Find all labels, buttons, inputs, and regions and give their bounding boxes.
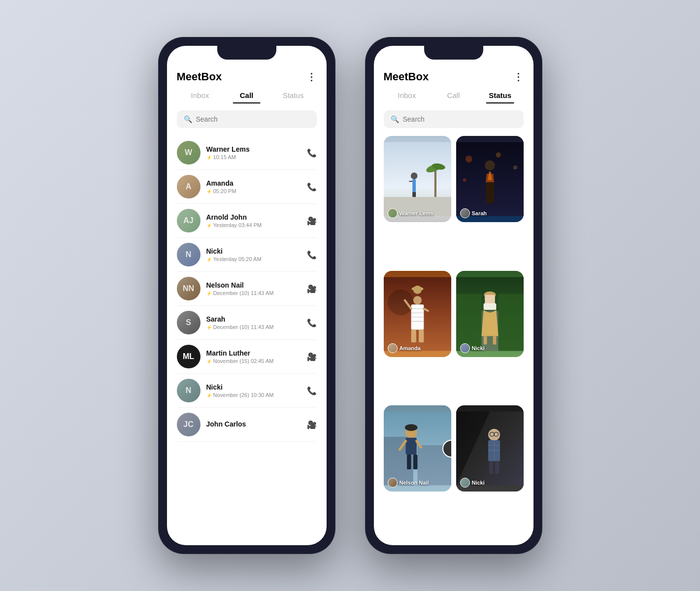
svg-point-15 bbox=[485, 160, 495, 170]
bolt-icon-s bbox=[206, 324, 212, 330]
status-card-warner[interactable]: Warner Lems bbox=[384, 136, 451, 222]
app-header-1: MeetBox ⋮ bbox=[177, 66, 317, 87]
status-grid: Warner Lems bbox=[384, 136, 524, 535]
call-list: W Warner Lems 10:15 AM 📞 A A bbox=[177, 136, 317, 535]
svg-rect-2 bbox=[434, 167, 436, 197]
call-time-warner: 10:15 AM bbox=[206, 154, 307, 160]
video-icon-nelson[interactable]: 🎥 bbox=[307, 284, 317, 294]
status-label-warner: Warner Lems bbox=[388, 208, 433, 218]
search-input-2[interactable] bbox=[403, 115, 517, 123]
notch-1 bbox=[217, 46, 276, 60]
status-card-nelson[interactable]: Nelson Nail bbox=[384, 405, 451, 492]
tab-call-2[interactable]: Call bbox=[430, 87, 477, 103]
phone-icon-sarah[interactable]: 📞 bbox=[307, 318, 317, 328]
avatar-nelson: NN bbox=[177, 277, 200, 300]
contact-info-nelson: Nelson Nail December (10) 11:43 AM bbox=[206, 281, 307, 296]
status-card-nicki3[interactable]: Nicki bbox=[456, 405, 524, 492]
bolt-icon-ml bbox=[206, 358, 212, 364]
notch-2 bbox=[424, 46, 483, 60]
contact-info-nicki2: Nicki November (26) 10:30 AM bbox=[206, 383, 307, 398]
more-icon-2[interactable]: ⋮ bbox=[513, 71, 524, 83]
contact-info-john: John Carlos bbox=[206, 420, 307, 429]
contact-name-nelson: Nelson Nail bbox=[206, 281, 307, 289]
phone-icon-nicki[interactable]: 📞 bbox=[307, 250, 317, 260]
status-avatar-nicki bbox=[460, 343, 470, 353]
tab-inbox-1[interactable]: Inbox bbox=[177, 87, 224, 103]
status-avatar-nicki3 bbox=[460, 478, 470, 488]
svg-rect-32 bbox=[419, 329, 424, 342]
svg-rect-42 bbox=[483, 303, 496, 310]
svg-rect-48 bbox=[405, 438, 416, 455]
call-item-martin[interactable]: ML Martin Luther November (15) 02:45 AM … bbox=[177, 340, 317, 374]
call-time-nelson: December (10) 11:43 AM bbox=[206, 290, 307, 296]
tab-status-2[interactable]: Status bbox=[477, 87, 524, 103]
call-item-warner[interactable]: W Warner Lems 10:15 AM 📞 bbox=[177, 136, 317, 170]
bolt-icon-aj bbox=[206, 222, 212, 228]
contact-name-martin: Martin Luther bbox=[206, 349, 307, 357]
call-item-nicki[interactable]: N Nicki Yesterday 05:20 AM 📞 bbox=[177, 238, 317, 272]
call-item-arnold[interactable]: AJ Arnold John Yesterday 03:44 PM 🎥 bbox=[177, 204, 317, 238]
status-card-nicki[interactable]: Nicki bbox=[456, 271, 524, 357]
svg-rect-31 bbox=[411, 329, 416, 342]
call-item-john[interactable]: JC John Carlos 🎥 bbox=[177, 408, 317, 442]
status-label-nicki: Nicki bbox=[460, 343, 485, 353]
status-label-nelson: Nelson Nail bbox=[388, 478, 429, 488]
video-icon-martin[interactable]: 🎥 bbox=[307, 352, 317, 361]
call-item-nelson[interactable]: NN Nelson Nail December (10) 11:43 AM 🎥 bbox=[177, 272, 317, 306]
status-avatar-nelson bbox=[388, 478, 398, 488]
contact-name-arnold: Arnold John bbox=[206, 213, 307, 221]
phone-2: MeetBox ⋮ Inbox Call Status 🔍 bbox=[365, 37, 542, 554]
app-header-2: MeetBox ⋮ bbox=[384, 66, 524, 87]
more-icon-1[interactable]: ⋮ bbox=[306, 71, 317, 83]
call-time-sarah: December (10) 11:43 AM bbox=[206, 324, 307, 330]
contact-name-sarah: Sarah bbox=[206, 315, 307, 323]
phone-icon-amanda[interactable]: 📞 bbox=[307, 182, 317, 192]
status-name-nicki: Nicki bbox=[472, 345, 485, 351]
tab-call-1[interactable]: Call bbox=[223, 87, 270, 103]
bolt-icon bbox=[206, 154, 212, 160]
call-time-martin: November (15) 02:45 AM bbox=[206, 358, 307, 364]
status-avatar-amanda bbox=[388, 343, 398, 353]
bolt-icon-nn bbox=[206, 290, 212, 296]
svg-rect-64 bbox=[495, 461, 499, 474]
svg-rect-8 bbox=[412, 192, 414, 197]
video-icon-john[interactable]: 🎥 bbox=[307, 420, 317, 429]
phone-icon-warner[interactable]: 📞 bbox=[307, 148, 317, 158]
bolt-icon-n bbox=[206, 256, 212, 262]
call-item-sarah[interactable]: S Sarah December (10) 11:43 AM 📞 bbox=[177, 306, 317, 340]
avatar-warner: W bbox=[177, 141, 200, 164]
svg-rect-52 bbox=[413, 455, 417, 469]
search-input-1[interactable] bbox=[196, 115, 310, 123]
svg-point-14 bbox=[463, 178, 466, 182]
phone-1: MeetBox ⋮ Inbox Call Status 🔍 W Warner bbox=[158, 37, 335, 554]
avatar-arnold: AJ bbox=[177, 209, 200, 232]
contact-name-amanda: Amanda bbox=[206, 179, 307, 187]
search-box-2: 🔍 bbox=[384, 110, 524, 128]
status-name-nelson: Nelson Nail bbox=[400, 480, 429, 486]
svg-rect-9 bbox=[414, 192, 415, 197]
svg-point-47 bbox=[404, 425, 417, 431]
status-name-warner: Warner Lems bbox=[400, 210, 433, 216]
video-icon-arnold[interactable]: 🎥 bbox=[307, 216, 317, 226]
contact-info-warner: Warner Lems 10:15 AM bbox=[206, 145, 307, 160]
app-title-1: MeetBox bbox=[177, 70, 222, 83]
status-avatar-warner bbox=[388, 208, 398, 218]
avatar-nicki: N bbox=[177, 243, 200, 266]
phone-icon-nicki2[interactable]: 📞 bbox=[307, 386, 317, 395]
svg-rect-63 bbox=[489, 461, 493, 474]
call-item-nicki2[interactable]: N Nicki November (26) 10:30 AM 📞 bbox=[177, 374, 317, 408]
tab-inbox-2[interactable]: Inbox bbox=[384, 87, 431, 103]
status-card-sarah[interactable]: Sarah bbox=[456, 136, 524, 222]
call-item-amanda[interactable]: A Amanda 05:20 PM 📞 bbox=[177, 170, 317, 204]
tabs-1: Inbox Call Status bbox=[177, 87, 317, 103]
call-time-nicki2: November (26) 10:30 AM bbox=[206, 392, 307, 398]
tab-status-1[interactable]: Status bbox=[270, 87, 317, 103]
contact-info-martin: Martin Luther November (15) 02:45 AM bbox=[206, 349, 307, 364]
svg-rect-41 bbox=[493, 336, 496, 344]
tabs-2: Inbox Call Status bbox=[384, 87, 524, 103]
contact-info-sarah: Sarah December (10) 11:43 AM bbox=[206, 315, 307, 330]
call-time-arnold: Yesterday 03:44 PM bbox=[206, 222, 307, 228]
status-card-amanda[interactable]: Amanda bbox=[384, 271, 451, 357]
status-name-sarah: Sarah bbox=[472, 210, 487, 216]
svg-point-23 bbox=[413, 296, 421, 304]
